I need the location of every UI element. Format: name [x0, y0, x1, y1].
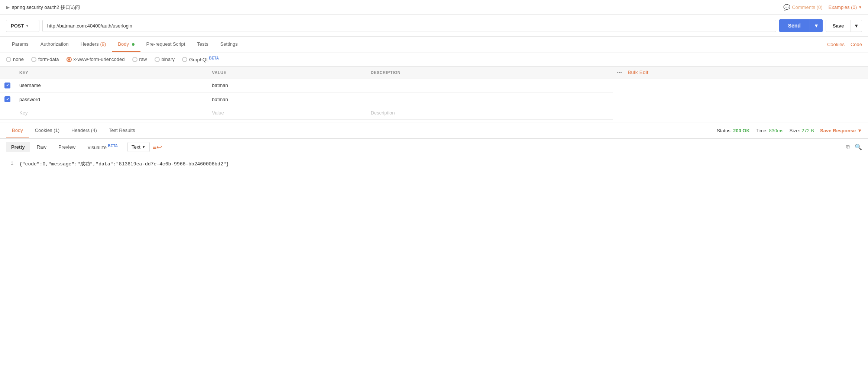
wrap-icon[interactable]: ≡↩	[153, 143, 162, 151]
view-tab-pretty[interactable]: Pretty	[6, 142, 30, 152]
radio-none[interactable]: none	[6, 56, 24, 62]
tab-headers[interactable]: Headers (9)	[75, 37, 112, 52]
checkbox-username[interactable]	[4, 83, 10, 88]
row-checkbox-password[interactable]	[0, 92, 15, 106]
format-chevron-icon: ▼	[142, 145, 146, 149]
time-label: Time: 830ms	[756, 128, 784, 133]
response-section: Body Cookies (1) Headers (4) Test Result…	[0, 123, 868, 171]
tab-pre-request-script[interactable]: Pre-request Script	[140, 37, 191, 52]
radio-graphql-label: GraphQLBETA	[189, 56, 219, 62]
cookies-link[interactable]: Cookies	[827, 42, 845, 47]
code-content-1: {"code":0,"message":"成功","data":"813619e…	[19, 161, 229, 167]
table-row: password batman	[0, 92, 868, 106]
send-label: Send	[779, 19, 810, 32]
radio-binary-circle	[155, 57, 160, 62]
empty-value-placeholder[interactable]: Value	[207, 106, 366, 120]
method-label: POST	[11, 23, 24, 29]
response-tabs: Body Cookies (1) Headers (4) Test Result…	[0, 123, 868, 139]
radio-raw-label: raw	[139, 56, 147, 62]
radio-none-label: none	[13, 56, 24, 62]
response-tab-body[interactable]: Body	[6, 123, 29, 138]
tab-authorization[interactable]: Authorization	[35, 37, 75, 52]
collection-name: spring security oauth2 接口访问	[12, 4, 80, 11]
save-response-button[interactable]: Save Response ▼	[820, 128, 862, 133]
col-value: VALUE	[207, 67, 366, 78]
response-tab-test-results[interactable]: Test Results	[103, 123, 141, 138]
more-icon[interactable]: •••	[617, 70, 622, 75]
radio-raw[interactable]: raw	[132, 56, 147, 62]
line-number-1: 1	[6, 161, 13, 167]
save-dropdown-icon[interactable]: ▼	[851, 20, 862, 32]
radio-binary[interactable]: binary	[155, 56, 175, 62]
radio-form-data-circle	[31, 57, 36, 62]
time-value: 830ms	[769, 128, 783, 133]
code-line-1: {"code":0,"message":"成功","data":"813619e…	[19, 161, 862, 167]
col-actions: ••• Bulk Edit	[613, 67, 868, 78]
code-link[interactable]: Code	[851, 42, 862, 47]
top-bar-right: 💬 Comments (0) Examples (0) ▼	[783, 4, 862, 11]
view-tab-raw[interactable]: Raw	[32, 142, 52, 152]
save-button[interactable]: Save ▼	[826, 20, 862, 32]
row-desc-password[interactable]	[366, 92, 612, 106]
bulk-edit-button[interactable]: Bulk Edit	[628, 70, 648, 75]
radio-raw-circle	[132, 57, 137, 62]
radio-form-data[interactable]: form-data	[31, 56, 59, 62]
empty-desc-placeholder[interactable]: Description	[366, 106, 612, 120]
save-label: Save	[826, 20, 851, 32]
radio-graphql-circle	[182, 57, 187, 62]
collection-chevron-icon: ▶	[6, 4, 10, 10]
request-tab-right-links: Cookies Code	[827, 42, 862, 47]
format-select[interactable]: Text ▼	[127, 142, 150, 152]
empty-key-placeholder[interactable]: Key	[15, 106, 207, 120]
code-area: 1 {"code":0,"message":"成功","data":"81361…	[0, 156, 868, 172]
tab-settings[interactable]: Settings	[214, 37, 244, 52]
request-tabs: Params Authorization Headers (9) Body Pr…	[0, 37, 868, 52]
format-label: Text	[132, 144, 140, 150]
top-bar: ▶ spring security oauth2 接口访问 💬 Comments…	[0, 0, 868, 15]
examples-chevron-icon: ▼	[858, 5, 862, 9]
row-desc-username[interactable]	[366, 78, 612, 93]
empty-row-checkbox	[0, 106, 15, 120]
method-chevron-icon: ▼	[25, 24, 29, 28]
row-checkbox-username[interactable]	[0, 78, 15, 93]
checkbox-password[interactable]	[4, 96, 10, 102]
examples-label: Examples (0)	[829, 4, 857, 10]
row-key-username[interactable]: username	[15, 78, 207, 93]
col-description: DESCRIPTION	[366, 67, 612, 78]
tab-params[interactable]: Params	[6, 37, 35, 52]
url-input[interactable]	[42, 20, 776, 32]
response-status-bar: Status: 200 OK Time: 830ms Size: 272 B S…	[717, 128, 862, 133]
table-empty-row: Key Value Description	[0, 106, 868, 120]
response-tab-headers[interactable]: Headers (4)	[65, 123, 103, 138]
col-checkbox	[0, 67, 15, 78]
row-value-password[interactable]: batman	[207, 92, 366, 106]
comments-link[interactable]: 💬 Comments (0)	[783, 4, 822, 11]
radio-graphql[interactable]: GraphQLBETA	[182, 56, 219, 62]
response-actions-right: ⧉ 🔍	[846, 143, 862, 151]
copy-button[interactable]: ⧉	[846, 144, 850, 151]
radio-urlencoded-circle	[67, 57, 72, 62]
radio-urlencoded-label: x-www-form-urlencoded	[74, 56, 125, 62]
send-button[interactable]: Send ▼	[779, 19, 823, 32]
radio-binary-label: binary	[162, 56, 175, 62]
tab-body[interactable]: Body	[112, 37, 140, 52]
examples-link[interactable]: Examples (0) ▼	[829, 4, 862, 10]
radio-urlencoded[interactable]: x-www-form-urlencoded	[67, 56, 125, 62]
comment-icon: 💬	[783, 4, 790, 11]
row-key-password[interactable]: password	[15, 92, 207, 106]
body-type-row: none form-data x-www-form-urlencoded raw…	[0, 52, 868, 67]
size-value: 272 B	[801, 128, 814, 133]
method-select[interactable]: POST ▼	[6, 20, 39, 32]
response-view-row: Pretty Raw Preview Visualize BETA Text ▼…	[0, 139, 868, 156]
size-label: Size: 272 B	[790, 128, 814, 133]
collection-title: ▶ spring security oauth2 接口访问	[6, 4, 80, 11]
response-tab-cookies[interactable]: Cookies (1)	[29, 123, 65, 138]
tab-tests[interactable]: Tests	[191, 37, 214, 52]
send-dropdown-icon[interactable]: ▼	[810, 19, 823, 32]
row-value-username[interactable]: batman	[207, 78, 366, 93]
comments-label: Comments (0)	[792, 4, 822, 10]
col-key: KEY	[15, 67, 207, 78]
view-tab-visualize[interactable]: Visualize BETA	[82, 142, 123, 152]
search-button[interactable]: 🔍	[855, 143, 862, 151]
view-tab-preview[interactable]: Preview	[53, 142, 81, 152]
